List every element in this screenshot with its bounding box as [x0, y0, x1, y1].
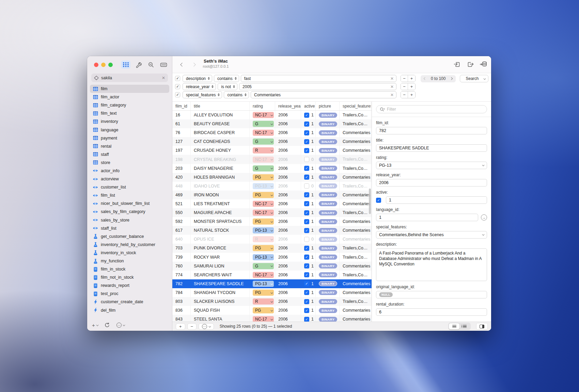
active-checkbox[interactable]: ✓: [304, 148, 309, 153]
search-mode-dropdown[interactable]: Search: [460, 75, 488, 82]
minimize-window-button[interactable]: [101, 63, 106, 67]
filter-field-select[interactable]: description: [183, 75, 212, 82]
active-checkbox[interactable]: ✓: [304, 299, 309, 304]
refresh-button[interactable]: [105, 323, 110, 328]
field-input-film_id[interactable]: 782: [376, 127, 487, 134]
clear-filter-icon[interactable]: ✕: [390, 93, 394, 97]
sidebar-item-sales_by_store[interactable]: sales_by_store: [90, 216, 169, 224]
active-checkbox[interactable]: ✓: [304, 113, 309, 118]
table-row[interactable]: 61BEAUTY GREASEG2006✓1BINARYTrailers,Com…: [172, 119, 372, 128]
sidebar-item-payment[interactable]: payment: [90, 134, 169, 142]
table-row[interactable]: 76BIRDCAGE CASPERNC-172006✓1BINARYCommen…: [172, 128, 372, 137]
sidebar-item-film[interactable]: film: [90, 85, 169, 93]
rating-pill-dropdown[interactable]: G: [253, 138, 274, 145]
table-row[interactable]: 836SQUAD FISHPG2006✓1BINARYCommentaries: [172, 306, 372, 315]
field-checkbox[interactable]: ✓: [376, 198, 381, 203]
remove-filter-button[interactable]: −: [401, 92, 408, 98]
filter-field-select[interactable]: release_year: [183, 83, 216, 90]
add-row-button[interactable]: +: [176, 323, 185, 330]
export-icon[interactable]: [466, 60, 474, 68]
sidebar-item-customer_list[interactable]: customer_list: [90, 183, 169, 191]
active-checkbox[interactable]: ✓: [304, 121, 309, 127]
table-row[interactable]: 739ROCKY WARPG-132006✓1BINARYTrailers,Co…: [172, 253, 372, 262]
prev-page-icon[interactable]: [424, 77, 426, 80]
column-header-active[interactable]: active: [301, 102, 316, 110]
rating-pill-dropdown[interactable]: PG-13: [253, 183, 274, 189]
add-entity-button[interactable]: +: [92, 322, 98, 328]
import-icon[interactable]: [453, 60, 461, 68]
table-row[interactable]: 197CRUSADE HONEYR2006✓1BINARYCommentarie…: [172, 146, 372, 155]
table-row[interactable]: 16ALLEY EVOLUTIONNC-172006✓1BINARYTraile…: [172, 111, 372, 119]
column-header-title[interactable]: title: [191, 102, 250, 110]
active-checkbox[interactable]: ✓: [304, 192, 309, 197]
filter-operator-select[interactable]: is not: [218, 83, 237, 90]
sidebar-item-film_in_stock[interactable]: film_in_stock: [90, 265, 169, 273]
active-checkbox[interactable]: ✓: [304, 228, 309, 233]
column-header-special_features[interactable]: special_features: [340, 102, 371, 110]
zoom-window-button[interactable]: [108, 63, 113, 67]
rating-pill-dropdown[interactable]: PG-13: [253, 227, 274, 233]
field-input-special_features[interactable]: Commentaries,Behind the Scenes: [376, 231, 487, 239]
sidebar-item-language[interactable]: language: [90, 126, 169, 134]
filter-enabled-checkbox[interactable]: ✓: [175, 76, 180, 81]
active-checkbox[interactable]: ✓: [304, 255, 309, 260]
more-options-button[interactable]: ⋯: [116, 323, 125, 328]
field-input-rental_duration[interactable]: 6: [376, 308, 487, 316]
console-icon[interactable]: [159, 61, 168, 69]
list-view-toggle[interactable]: [459, 323, 470, 329]
filter-value-input[interactable]: fast✕: [241, 75, 396, 82]
active-checkbox[interactable]: ✓: [304, 263, 309, 268]
rating-pill-dropdown[interactable]: NC-17: [253, 112, 274, 118]
sidebar-item-test_proc[interactable]: test_proc: [90, 290, 169, 298]
active-checkbox[interactable]: [304, 183, 309, 189]
database-sync-icon[interactable]: [480, 60, 488, 68]
rating-pill-dropdown[interactable]: R: [253, 298, 274, 305]
rating-pill-dropdown[interactable]: NC-17: [253, 210, 274, 216]
filter-operator-select[interactable]: contains: [214, 75, 239, 82]
field-input-language_id[interactable]: 1: [376, 214, 478, 221]
filter-value-input[interactable]: Commentaries✕: [251, 91, 396, 98]
rating-pill-dropdown[interactable]: G: [253, 121, 274, 127]
sidebar-item-film_category[interactable]: film_category: [90, 101, 169, 109]
sidebar-item-rental[interactable]: rental: [90, 142, 169, 150]
back-button[interactable]: [178, 61, 186, 68]
active-checkbox[interactable]: [304, 157, 309, 162]
sidebar-item-inventory_held_by_customer[interactable]: inventory_held_by_customer: [90, 241, 169, 249]
table-row[interactable]: 640OPUS ICER20060BINARYCommentaries: [172, 235, 372, 244]
add-filter-button[interactable]: +: [408, 92, 415, 98]
sidebar-item-film_not_in_stock[interactable]: film_not_in_stock: [90, 273, 169, 281]
table-row[interactable]: 550MAGUIRE APACHENC-172006✓1BINARYTraile…: [172, 208, 372, 217]
rating-pill-dropdown[interactable]: G: [253, 263, 274, 269]
sidebar-item-staff_list[interactable]: staff_list: [90, 224, 169, 232]
active-checkbox[interactable]: ✓: [304, 272, 309, 277]
sidebar-item-actorview[interactable]: actorview: [90, 175, 169, 183]
active-checkbox[interactable]: ✓: [304, 246, 309, 251]
table-row[interactable]: 127CAT CONEHEADSG2006✓1BINARYCommentarie…: [172, 137, 372, 146]
goto-foreign-key-button[interactable]: →: [481, 214, 487, 220]
add-filter-button[interactable]: +: [408, 83, 415, 90]
active-checkbox[interactable]: ✓: [304, 175, 309, 180]
sidebar-item-rewards_report[interactable]: rewards_report: [90, 281, 169, 290]
remove-filter-button[interactable]: −: [401, 83, 408, 90]
table-row[interactable]: 203DAISY MENAGERIEG2006✓1BINARYTrailers,…: [172, 164, 372, 173]
rating-pill-dropdown[interactable]: NC-17: [253, 157, 274, 163]
rating-pill-dropdown[interactable]: NC-17: [253, 130, 274, 136]
active-checkbox[interactable]: ✓: [304, 219, 309, 224]
delete-row-button[interactable]: −: [187, 323, 197, 330]
sidebar-item-my_function[interactable]: my_function: [90, 257, 169, 265]
rating-pill-dropdown[interactable]: PG-13: [253, 281, 274, 287]
active-checkbox[interactable]: ✓: [304, 139, 309, 144]
active-checkbox[interactable]: ✓: [304, 281, 309, 286]
table-row[interactable]: 760SAMURAI LIONG2006✓1BINARYCommentaries: [172, 262, 372, 271]
field-input-original_language_id[interactable]: NULL: [376, 291, 487, 298]
filter-enabled-checkbox[interactable]: ✓: [175, 92, 180, 97]
sidebar-item-inventory[interactable]: inventory: [90, 117, 169, 126]
column-header-picture[interactable]: picture: [316, 102, 340, 110]
detail-filter-field[interactable]: Filter: [376, 105, 487, 113]
rating-pill-dropdown[interactable]: PG-13: [253, 254, 274, 260]
table-row[interactable]: 617NATURAL STOCKPG-132006✓1BINARYComment…: [172, 226, 372, 235]
add-filter-button[interactable]: +: [408, 75, 415, 82]
rating-pill-dropdown[interactable]: PG: [253, 174, 274, 180]
filter-field-select[interactable]: special_features: [183, 91, 222, 98]
sql-search-icon[interactable]: [146, 61, 156, 69]
